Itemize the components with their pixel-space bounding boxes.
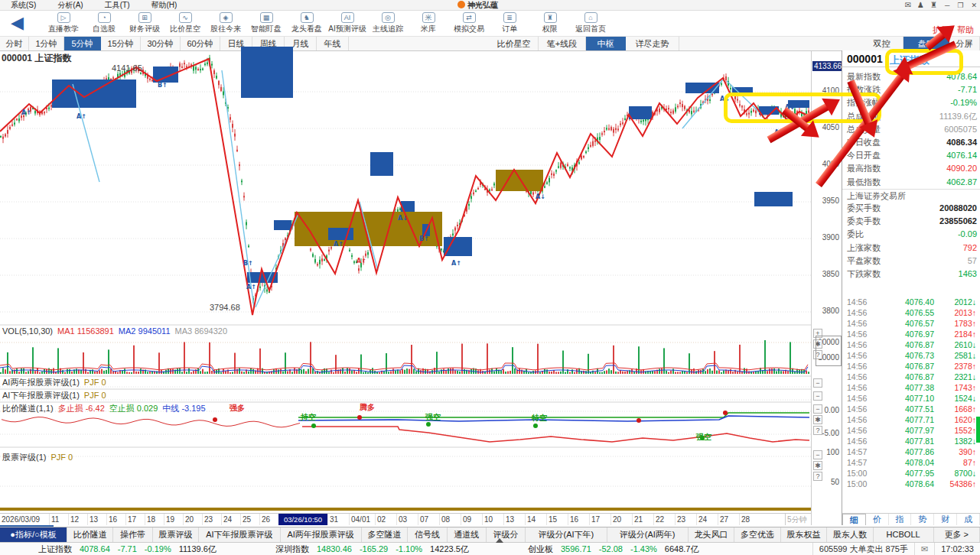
time-axis-item[interactable]: 13 <box>87 514 106 525</box>
candle-body <box>48 108 50 109</box>
volume-bar <box>138 372 139 374</box>
tick-volume: 2581↓ <box>954 350 976 361</box>
axis-tick-label: 4100 <box>822 86 839 95</box>
pane-header-part: PJF 0 <box>50 453 73 462</box>
time-axis-item[interactable]: 20 <box>610 514 632 525</box>
time-axis-item[interactable]: 10 <box>482 514 503 525</box>
indicator-tab[interactable]: 股东人数 <box>827 527 873 542</box>
quote-mini-tab-成[interactable]: 成 <box>957 514 980 525</box>
volume-bar <box>773 368 775 374</box>
quote-mini-tab-势[interactable]: 势 <box>911 514 934 525</box>
time-axis-item[interactable]: 16 <box>568 514 589 525</box>
quote-row-value: 11139.6亿 <box>939 110 977 123</box>
time-axis-item[interactable]: 2026/03/09 <box>0 514 49 525</box>
quote-mini-tab-财[interactable]: 财 <box>934 514 957 525</box>
pane-collapse-button[interactable]: − <box>813 391 822 401</box>
candle-body <box>218 81 220 85</box>
candle-body <box>755 111 757 114</box>
collapse-caret-icon[interactable] <box>496 538 503 543</box>
time-axis-item[interactable]: 13 <box>503 514 525 525</box>
volume-bar <box>248 372 249 374</box>
indicator-tab[interactable]: 通道线 <box>448 527 487 542</box>
quote-row-label: 最新指数 <box>847 70 881 83</box>
time-axis-item[interactable]: 24 <box>696 514 718 525</box>
candle-body <box>310 249 311 251</box>
indicator-tab[interactable]: 操作带 <box>113 527 152 542</box>
time-axis-item[interactable]: 24 <box>221 514 240 525</box>
time-axis-item[interactable]: 16 <box>106 514 125 525</box>
indicator-tab[interactable]: 股东权益 <box>781 527 827 542</box>
time-axis-item[interactable]: 25 <box>240 514 259 525</box>
time-axis-item[interactable]: 23 <box>202 514 221 525</box>
time-axis-item[interactable]: 20 <box>183 514 202 525</box>
candle-body <box>594 141 596 142</box>
chart-symbol-label: 000001 上证指数 <box>2 52 71 65</box>
time-axis-item[interactable]: 18 <box>145 514 164 525</box>
pane-settings-button[interactable]: ✱ <box>813 461 822 470</box>
candle-body <box>454 228 456 231</box>
time-axis-item[interactable]: 17 <box>589 514 610 525</box>
time-axis-item[interactable]: 09 <box>461 514 482 525</box>
time-axis-item[interactable]: 04/01 <box>349 514 375 525</box>
central-zone-rect <box>328 228 353 240</box>
volume-bar <box>679 372 681 374</box>
time-axis-item[interactable]: 08 <box>439 514 461 525</box>
axis-tick-label: 3950 <box>822 196 839 205</box>
time-axis-item[interactable]: 22 <box>653 514 675 525</box>
volume-bar <box>342 368 343 374</box>
symbol-code: 000001 <box>847 53 883 65</box>
candle-body <box>730 88 731 89</box>
volume-bar <box>744 368 745 374</box>
pane-header-3: AI下年报股票评级(1)PJF 0 <box>2 390 111 401</box>
quote-mini-tab-细[interactable]: 细 <box>842 514 866 525</box>
mail-icon[interactable]: ✉ <box>914 543 934 555</box>
quote-mini-tab-价[interactable]: 价 <box>866 514 889 525</box>
indicator-tab[interactable]: 评级分 <box>487 527 526 542</box>
time-axis-item[interactable]: 02 <box>375 514 396 525</box>
indicator-tab[interactable]: 更多 > <box>934 527 980 542</box>
indicator-tab[interactable]: HCBOLL <box>874 527 934 542</box>
indicator-tab[interactable]: AI两年报股票评级 <box>281 527 362 542</box>
pane-settings-button[interactable]: ✱ <box>813 415 822 424</box>
time-axis-item[interactable]: 12 <box>68 514 87 525</box>
tick-volume: 1668↑ <box>954 404 976 414</box>
indicator-tab[interactable]: 龙头风口 <box>689 527 734 542</box>
time-axis-item[interactable]: 19 <box>164 514 183 525</box>
time-axis-item[interactable]: 15 <box>546 514 568 525</box>
indicator-tab[interactable]: 评级分(AI两年) <box>607 527 689 542</box>
time-axis-item[interactable]: 21 <box>632 514 653 525</box>
time-axis-item[interactable]: 14 <box>525 514 546 525</box>
quote-mini-tab-指[interactable]: 指 <box>889 514 912 525</box>
pane-collapse-button[interactable]: − <box>813 378 822 388</box>
indicator-tab[interactable]: 比价隧道 <box>67 527 113 542</box>
time-axis-item[interactable]: 28 <box>739 514 760 525</box>
status-value: 深圳指数 <box>275 544 309 553</box>
pane-help-button[interactable]: ? <box>813 426 822 435</box>
volume-bar <box>124 368 125 374</box>
symbol-name[interactable]: 上证指数 <box>890 54 930 67</box>
time-axis[interactable]: 2026/03/0911121316171819202324252603/26/… <box>0 513 811 525</box>
indicator-tab[interactable]: 评级分(AI下年) <box>526 527 607 542</box>
indicator-tab[interactable]: 股票评级 <box>153 527 199 542</box>
candle-body <box>259 287 261 288</box>
time-axis-item[interactable]: 26 <box>259 514 278 525</box>
time-axis-item[interactable]: 03 <box>396 514 418 525</box>
vertical-scrollbar[interactable] <box>976 417 980 443</box>
volume-bar <box>5 369 6 374</box>
pane-collapse-button[interactable]: − <box>813 450 822 459</box>
time-axis-item[interactable]: 23 <box>675 514 696 525</box>
volume-bar <box>560 372 562 374</box>
indicator-tab[interactable]: ●指标/○模板 <box>0 527 67 542</box>
pane-collapse-button[interactable]: − <box>813 404 822 414</box>
indicator-tab[interactable]: 多空优选 <box>734 527 780 542</box>
time-axis-item[interactable]: 31 <box>327 514 349 525</box>
indicator-tab[interactable]: 信号线 <box>408 527 447 542</box>
time-axis-item[interactable]: 11 <box>49 514 68 525</box>
indicator-tab[interactable]: AI下年报股票评级 <box>199 527 280 542</box>
indicator-tab[interactable]: 多空隧道 <box>362 527 408 542</box>
time-axis-item[interactable]: 17 <box>125 514 145 525</box>
time-axis-item[interactable]: 27 <box>718 514 739 525</box>
time-axis-item[interactable]: 07 <box>418 514 439 525</box>
candle-body <box>330 247 332 248</box>
pane-help-button[interactable]: ? <box>813 472 822 481</box>
